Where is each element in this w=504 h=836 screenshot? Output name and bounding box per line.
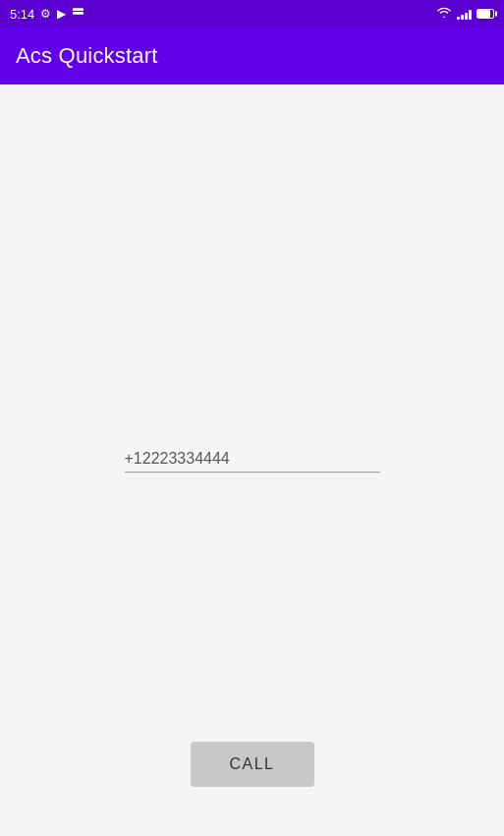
call-button[interactable]: CALL xyxy=(190,742,313,787)
play-icon: ▶ xyxy=(57,7,66,21)
phone-input-container xyxy=(125,446,380,473)
signal-icon xyxy=(457,8,472,20)
storage-icon xyxy=(72,6,84,22)
phone-input[interactable] xyxy=(125,446,380,473)
status-bar-left: 5:14 ⚙ ▶ xyxy=(10,6,84,22)
app-title: Acs Quickstart xyxy=(16,43,158,69)
main-content: CALL xyxy=(0,84,504,836)
wifi-icon xyxy=(436,6,452,22)
status-time: 5:14 xyxy=(10,7,34,22)
svg-rect-1 xyxy=(73,12,84,15)
battery-icon xyxy=(476,9,494,19)
svg-rect-0 xyxy=(73,8,84,11)
call-button-container: CALL xyxy=(190,742,313,787)
app-bar: Acs Quickstart xyxy=(0,28,504,84)
status-bar-right xyxy=(436,6,494,22)
status-bar: 5:14 ⚙ ▶ xyxy=(0,0,504,28)
settings-icon: ⚙ xyxy=(40,7,51,21)
